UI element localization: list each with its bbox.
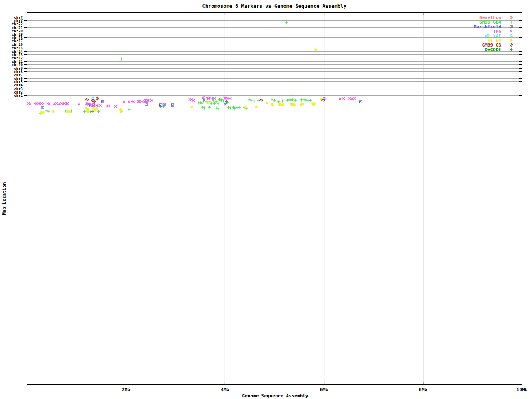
x-tick-label: 6Mb [320,387,328,392]
x-tick-label: 2Mb [122,387,130,392]
data-point [510,48,513,51]
data-point [42,111,45,114]
data-point [286,99,289,102]
data-point [78,103,80,105]
chart-figure: Chromosome 8 Markers vs Genome Sequence … [0,0,532,399]
x-tick-label: 4Mb [221,387,229,392]
chart-title: Chromosome 8 Markers vs Genome Sequence … [202,3,347,9]
data-point [510,39,513,42]
data-point [213,102,216,105]
data-point [210,102,213,105]
data-point [510,21,513,24]
data-point [222,100,225,103]
data-point [244,106,247,109]
data-point [281,100,284,103]
data-point [53,103,56,105]
data-point [108,105,110,107]
data-point [197,102,200,105]
data-point [293,104,296,107]
data-point [212,99,214,102]
data-point [128,108,131,111]
data-point [271,98,273,101]
data-point [309,99,312,102]
data-point [229,107,232,110]
data-point [68,111,71,113]
data-point [95,108,98,111]
data-point [255,106,258,108]
data-point [307,99,310,102]
data-point [294,99,297,102]
data-point [99,104,101,107]
data-point [510,34,513,37]
data-point [314,49,317,52]
data-point [227,106,230,109]
data-point [301,103,304,106]
data-point [114,105,117,108]
data-point [260,99,263,102]
data-point [42,103,44,105]
data-point [285,21,288,24]
data-point [97,110,100,113]
data-point [250,99,253,102]
data-point [120,111,123,113]
data-point [206,101,209,104]
data-point [163,103,165,106]
axes: chrYchrXchr22chr21chr20chr19chr18chr17ch… [12,12,528,392]
data-point [291,94,294,97]
y-axis-title: Map Location [2,182,7,215]
data-point [123,101,125,103]
data-point [42,106,44,109]
data-point [52,110,55,113]
data-point [239,106,241,109]
data-point [208,106,211,109]
data-point [300,100,303,103]
data-point [202,97,204,99]
data-point [150,99,153,102]
data-point [510,44,513,47]
data-point [55,102,58,105]
data-point [131,98,134,101]
data-point [277,101,280,103]
data-point [224,103,227,106]
data-point [273,99,276,102]
x-tick-label: 10Mb [517,387,528,392]
data-point [128,101,130,103]
data-point [87,111,90,113]
data-point [190,106,193,109]
data-point [360,101,362,103]
data-point [278,103,281,106]
data-point [214,101,217,103]
x-axis-title: Genome Sequence Assembly [242,393,308,399]
data-point [236,106,239,109]
data-point [266,102,268,105]
legend-label: DeCODE [485,47,501,52]
y-tick-label: chr1 [14,94,23,98]
data-point [281,103,284,106]
data-point [271,104,274,107]
data-point [140,100,143,103]
data-point [83,110,86,113]
x-tick-label: 8Mb [419,387,427,392]
data-point [217,103,219,106]
gridlines [27,12,522,384]
data-point [253,100,256,103]
data-point [313,102,316,105]
data-point [171,104,174,106]
plot-canvas: Chromosome 8 Markers vs Genome Sequence … [0,0,532,399]
data-point [305,99,308,102]
